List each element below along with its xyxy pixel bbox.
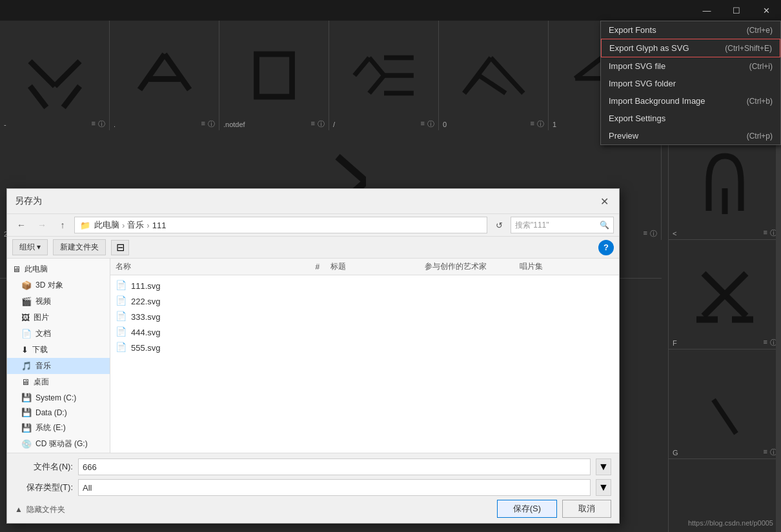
- filename-label: 文件名(N):: [15, 461, 73, 473]
- minimize-button[interactable]: —: [692, 0, 722, 21]
- sidebar-item-doc[interactable]: 📄 文档: [7, 326, 110, 342]
- dialog-toolbar: ← → ↑ 📁 此电脑 › 音乐 › 111 ↺ 搜索"111" 🔍: [7, 214, 619, 237]
- file-item-222[interactable]: 📄 222.svg: [110, 293, 619, 309]
- svg-line-32: [714, 400, 736, 434]
- breadcrumb-computer: 此电脑: [94, 219, 119, 231]
- breadcrumb-folder: 111: [152, 221, 167, 230]
- organize-button[interactable]: 组织 ▾: [12, 239, 48, 255]
- file-name-444: 444.svg: [131, 328, 614, 337]
- file-item-555[interactable]: 📄 555.svg: [110, 340, 619, 355]
- right-cell-label-arch: <: [673, 230, 676, 237]
- svg-line-21: [338, 157, 366, 182]
- drive-d-icon: 💾: [21, 408, 32, 417]
- hide-files-label: 隐藏文件夹: [26, 504, 65, 515]
- filetype-input[interactable]: [78, 479, 591, 496]
- sidebar-item-system-c[interactable]: 💾 System (C:): [7, 390, 110, 405]
- glyph-cell-dash[interactable]: - ≡ⓘ: [0, 21, 110, 130]
- sidebar-tree: 🖥 此电脑 📦 3D 对象 🎬 视频 🖼 图片 📄 文档 ⬇ 下载: [7, 259, 110, 453]
- forward-button[interactable]: →: [33, 217, 51, 233]
- breadcrumb-bar[interactable]: 📁 此电脑 › 音乐 › 111: [74, 217, 487, 233]
- sidebar-item-download[interactable]: ⬇ 下载: [7, 342, 110, 358]
- cancel-button[interactable]: 取消: [562, 500, 611, 518]
- maximize-button[interactable]: ☐: [722, 0, 751, 21]
- save-button[interactable]: 保存(S): [497, 500, 557, 518]
- dialog-title: 另存为: [15, 195, 42, 207]
- right-cell-arch[interactable]: < ≡ⓘ: [669, 130, 781, 240]
- 3d-icon: 📦: [21, 281, 32, 290]
- dialog-close-button[interactable]: ✕: [597, 194, 611, 208]
- svg-file-icon-4: 📄: [116, 326, 127, 338]
- file-name-555: 555.svg: [131, 343, 614, 353]
- help-button[interactable]: ?: [598, 240, 614, 255]
- menu-item-export-settings[interactable]: Export Settings: [601, 110, 780, 127]
- filetype-dropdown-button[interactable]: ▼: [596, 479, 611, 496]
- up-button[interactable]: ↑: [54, 217, 72, 233]
- file-item-444[interactable]: 📄 444.svg: [110, 324, 619, 340]
- menu-item-import-bg-image[interactable]: Import Background Image (Ctrl+b): [601, 92, 780, 110]
- sidebar-item-desktop[interactable]: 🖥 桌面: [7, 374, 110, 390]
- svg-line-8: [354, 58, 369, 76]
- glyph-cell-notdef[interactable]: .notdef ≡ⓘ: [219, 21, 329, 130]
- file-list-header: 名称 # 标题 参与创作的艺术家 唱片集: [110, 259, 619, 275]
- svg-line-2: [30, 86, 46, 108]
- sidebar-item-video[interactable]: 🎬 视频: [7, 293, 110, 310]
- cell-label-dot: .: [114, 121, 116, 128]
- sidebar-item-3d[interactable]: 📦 3D 对象: [7, 277, 110, 293]
- menu-item-export-glyph-svg[interactable]: Export Glyph as SVG (Ctrl+Shift+E): [601, 39, 780, 57]
- right-cell-g[interactable]: G ≡ⓘ: [669, 350, 781, 459]
- cell-label-slash: /: [333, 121, 335, 128]
- file-dialog: 另存为 ✕ ← → ↑ 📁 此电脑 › 音乐 › 111 ↺ 搜索"111" 🔍…: [6, 188, 620, 524]
- right-cell-f[interactable]: F ≡ⓘ: [669, 240, 781, 350]
- computer-icon: 🖥: [12, 264, 21, 274]
- menu-item-import-svg-file[interactable]: Import SVG file (Ctrl+i): [601, 57, 780, 75]
- glyph-cell-dot[interactable]: . ≡ⓘ: [110, 21, 219, 130]
- glyph-svg-dash: [19, 40, 90, 111]
- back-button[interactable]: ←: [12, 217, 30, 233]
- sidebar-item-computer[interactable]: 🖥 此电脑: [7, 261, 110, 277]
- svg-line-3: [63, 86, 79, 108]
- file-list: 📄 111.svg 📄 222.svg 📄 333.svg 📄 444.svg …: [110, 275, 619, 453]
- filetype-row: 保存类型(T): ▼: [15, 479, 611, 496]
- dialog-actionbar: 组织 ▾ 新建文件夹 ⊟ ?: [7, 237, 619, 259]
- filename-input[interactable]: [78, 458, 591, 475]
- glyph-svg-slash: [349, 40, 420, 111]
- title-bar: — ☐ ✕: [0, 0, 781, 21]
- filetype-label: 保存类型(T):: [15, 482, 73, 493]
- file-item-333[interactable]: 📄 333.svg: [110, 309, 619, 324]
- glyph-svg-0: [458, 40, 529, 111]
- view-button[interactable]: ⊟: [111, 240, 129, 255]
- glyph-cell-0[interactable]: 0 ≡ⓘ: [439, 21, 549, 130]
- sidebar-item-system-e[interactable]: 💾 系统 (E:): [7, 420, 110, 436]
- menu-item-preview[interactable]: Preview (Ctrl+p): [601, 127, 780, 144]
- video-icon: 🎬: [21, 297, 32, 306]
- col-header-artist: 参与创作的艺术家: [425, 261, 519, 272]
- refresh-button[interactable]: ↺: [490, 217, 508, 233]
- col-header-name: 名称: [116, 261, 305, 272]
- col-header-num: #: [305, 262, 330, 271]
- sidebar-item-image[interactable]: 🖼 图片: [7, 310, 110, 326]
- glyph-svg-notdef: [239, 40, 310, 111]
- sidebar-item-music[interactable]: 🎵 音乐: [7, 358, 110, 374]
- svg-file-icon-3: 📄: [116, 311, 127, 322]
- triangle-icon: ▲: [15, 505, 23, 514]
- doc-icon: 📄: [21, 329, 32, 339]
- glyph-svg-f: [689, 259, 760, 330]
- menu-item-import-svg-folder[interactable]: Import SVG folder: [601, 75, 780, 92]
- sidebar-item-cd-g[interactable]: 💿 CD 驱动器 (G:): [7, 436, 110, 452]
- close-button[interactable]: ✕: [751, 0, 781, 21]
- dialog-titlebar: 另存为 ✕: [7, 189, 619, 214]
- drive-c-icon: 💾: [21, 393, 32, 402]
- dropdown-menu: Export Fonts (Ctrl+e) Export Glyph as SV…: [600, 21, 781, 145]
- new-folder-button[interactable]: 新建文件夹: [53, 239, 106, 255]
- sidebar-item-data-d[interactable]: 💾 Data (D:): [7, 405, 110, 420]
- svg-file-icon: 📄: [116, 280, 127, 291]
- svg-line-18: [575, 58, 602, 79]
- search-placeholder: 搜索"111": [515, 220, 549, 231]
- svg-line-4: [139, 54, 165, 90]
- drive-e-icon: 💾: [21, 423, 32, 433]
- filename-dropdown-button[interactable]: ▼: [596, 458, 611, 475]
- glyph-cell-slash[interactable]: / ≡ⓘ: [329, 21, 439, 130]
- menu-item-export-fonts[interactable]: Export Fonts (Ctrl+e): [601, 21, 780, 39]
- search-box[interactable]: 搜索"111" 🔍: [511, 217, 614, 233]
- file-item-111[interactable]: 📄 111.svg: [110, 278, 619, 293]
